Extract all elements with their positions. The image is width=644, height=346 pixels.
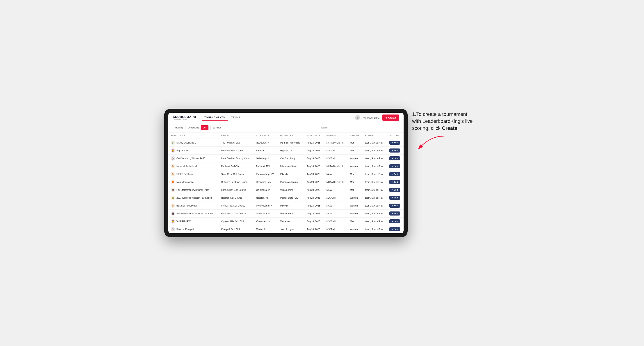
col-hosted-by: HOSTED BY [278,133,304,139]
cell-hosted-11: John A Logan [278,225,304,233]
nav-tab-tournaments[interactable]: TOURNAMENTS [202,115,228,121]
cell-division-6: NAIA [324,186,348,194]
tournament-table: EVENT NAME VENUE CITY, STATE HOSTED BY S… [168,133,404,233]
cell-event-name-4: 🐎 UPIKE Fall Invite [168,170,219,178]
edit-button-3[interactable]: Edit [389,164,400,168]
cell-hosted-7: Murray State (OK) [278,194,304,202]
event-icon-3: 🐎 [170,164,175,169]
edit-button-8[interactable]: Edit [389,204,400,208]
edit-button-7[interactable]: Edit [389,196,400,200]
cell-gender-5: Men [348,178,363,186]
create-button[interactable]: Create [382,115,399,121]
filter-hosting[interactable]: Hosting [173,125,186,130]
event-icon-5: 🦊 [170,180,175,184]
event-name-text-11: Klash at Kokopelli [176,228,194,231]
cell-actions-8: Edit [387,202,404,210]
tournament-table-wrapper: EVENT NAME VENUE CITY, STATE HOSTED BY S… [168,133,404,233]
col-division: DIVISION [324,133,348,139]
cell-division-7: NJCAA II [324,194,348,202]
col-scoring: SCORING [363,133,387,139]
annotation-area: 1.To create a tournament with Leaderboar… [408,109,480,154]
table-body: 🏌 MSMC Qualifying 1 The Powelton Club Ne… [168,139,404,233]
cell-event-name-8: 🐎 upike fall invitational [168,202,219,210]
edit-button-4[interactable]: Edit [389,172,400,176]
edit-button-1[interactable]: Edit [389,149,400,153]
table-row: 🐎 UPIKE Fall Invite StoneCrest Golf Cour… [168,170,404,178]
cell-actions-5: Edit [387,178,404,186]
cell-venue-9: Edmundson Golf Course [219,210,254,217]
cell-event-name-1: 🦁 Highland 36 [168,147,219,155]
cell-gender-3: Women [348,163,363,170]
event-name-text-2: Carl Sandburg Women FA23 [176,157,205,160]
filter-all[interactable]: All [201,125,208,130]
toolbar: Hosting Competing All ☰ Filter [168,123,404,133]
cell-venue-7: Hesston Golf Course [219,194,254,202]
cell-date-5: Aug 28, 2023 [304,178,324,186]
cell-division-2: NJCAA I [324,155,348,163]
edit-button-10[interactable]: Edit [389,219,400,223]
logo-subtitle: Powered by Clipp! [173,118,196,120]
filter-competing[interactable]: Competing [186,125,201,130]
search-input[interactable] [318,125,399,130]
cell-event-name-7: 🐝 2023 Women's Hesston Fall Kickoff [168,194,219,202]
filter-btn-group: Hosting Competing All [173,125,209,130]
cell-city-8: Prestonsburg, KY [254,202,278,210]
cell-date-2: Aug 26, 2023 [304,155,324,163]
cell-event-name-10: 🦁 VU PREVIEW [168,217,219,225]
cell-division-1: NJCAA I [324,147,348,155]
edit-button-0[interactable]: Edit [389,141,400,145]
event-icon-7: 🐝 [170,195,175,200]
edit-button-11[interactable]: Edit [389,227,400,231]
cell-event-name-3: 🐎 Maverick Invitational [168,163,219,170]
cell-city-1: Freeport, IL [254,147,278,155]
cell-gender-0: Men [348,139,363,147]
table-row: 🦊 Morris Invitational Ruttger's Bay Lake… [168,178,404,186]
event-icon-0: 🏌 [170,140,175,145]
cell-actions-9: Edit [387,210,404,217]
cell-date-1: Aug 25, 2023 [304,147,324,155]
table-header: EVENT NAME VENUE CITY, STATE HOSTED BY S… [168,133,404,139]
table-row: 🐻 Fall Statesmen Invitational - Women Ed… [168,210,404,217]
event-icon-10: 🦁 [170,219,175,224]
cell-city-5: Deerwood, MN [254,178,278,186]
cell-hosted-1: Highland CC [278,147,304,155]
cell-venue-3: Faribault Golf Club [219,163,254,170]
cell-event-name-0: 🏌 MSMC Qualifying 1 [168,139,219,147]
cell-gender-1: Men [348,147,363,155]
cell-division-0: NCAA Division III [324,139,348,147]
cell-division-4: NAIA [324,170,348,178]
table-row: 🐎 upike fall invitational StoneCrest Gol… [168,202,404,210]
filter-icon: ☰ [213,126,215,129]
cell-city-6: Oskaloosa, IA [254,186,278,194]
cell-scoring-4: team, Stroke Play [363,170,387,178]
event-name-text-7: 2023 Women's Hesston Fall Kickoff [176,197,212,199]
edit-button-5[interactable]: Edit [389,180,400,184]
event-name-text-5: Morris Invitational [176,181,194,183]
event-icon-1: 🦁 [170,148,175,153]
edit-button-9[interactable]: Edit [389,211,400,215]
cell-scoring-8: team, Stroke Play [363,202,387,210]
cell-hosted-6: William Penn [278,186,304,194]
cell-date-10: Aug 28, 2023 [304,217,324,225]
cell-date-6: Aug 28, 2023 [304,186,324,194]
filter-button[interactable]: ☰ Filter [210,125,223,130]
cell-gender-10: Men [348,217,363,225]
edit-button-2[interactable]: Edit [389,156,400,161]
edit-button-6[interactable]: Edit [389,188,400,192]
cell-scoring-6: team, Stroke Play [363,186,387,194]
arrow-svg [412,134,453,152]
cell-date-4: Aug 28, 2023 [304,170,324,178]
cell-gender-11: Women [348,225,363,233]
create-label: Create [388,116,396,119]
gear-icon[interactable]: ⚙ [355,115,360,120]
nav-tab-teams[interactable]: TEAMS [228,115,243,121]
cell-venue-0: The Powelton Club [219,139,254,147]
table-row: 🏌 MSMC Qualifying 1 The Powelton Club Ne… [168,139,404,147]
event-icon-4: 🐎 [170,172,175,176]
cell-city-3: Faribault, MN [254,163,278,170]
annotation-bold: Create [442,125,457,131]
cell-actions-6: Edit [387,186,404,194]
table-row: 🦅 Klash at Kokopelli Kokopelli Golf Club… [168,225,404,233]
cell-event-name-6: 🐻 Fall Statesmen Invitational - Men [168,186,219,194]
table-row: 🦁 Highland 36 Park Hills Golf Course Fre… [168,147,404,155]
